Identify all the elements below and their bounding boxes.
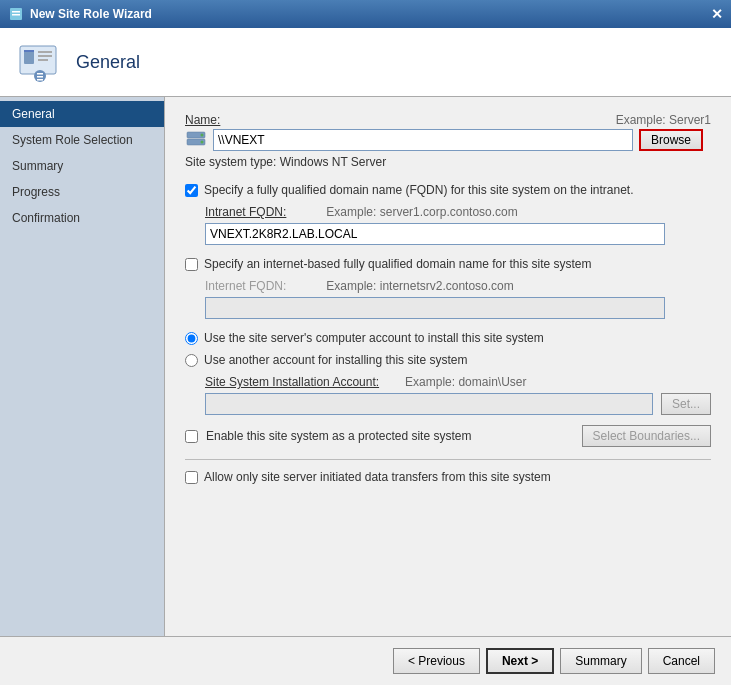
name-example: Example: Server1 <box>616 113 711 127</box>
protection-row: Enable this site system as a protected s… <box>185 425 711 447</box>
sidebar-item-system-role-selection[interactable]: System Role Selection <box>0 127 164 153</box>
allow-transfers-row: Allow only site server initiated data tr… <box>185 470 711 484</box>
content-area: Name: Example: Server1 Browse Site syste… <box>165 97 731 636</box>
main-layout: General System Role Selection Summary Pr… <box>0 97 731 636</box>
radio-another-account-row: Use another account for installing this … <box>185 353 711 367</box>
site-type-text: Site system type: Windows NT Server <box>185 155 711 169</box>
name-input[interactable] <box>213 129 633 151</box>
next-button[interactable]: Next > <box>486 648 554 674</box>
svg-rect-5 <box>24 50 34 52</box>
header-wizard-icon <box>16 38 64 86</box>
title-bar: New Site Role Wizard ✕ <box>0 0 731 28</box>
svg-rect-2 <box>12 14 20 16</box>
radio-another-account-label[interactable]: Use another account for installing this … <box>204 353 467 367</box>
separator <box>185 459 711 460</box>
name-label: Name: <box>185 113 220 127</box>
svg-rect-11 <box>37 76 43 78</box>
radio-computer-account-row: Use the site server's computer account t… <box>185 331 711 345</box>
intranet-fqdn-label: Intranet FQDN: <box>205 205 286 219</box>
internet-fqdn-checkbox-row: Specify an internet-based fully qualifie… <box>185 257 711 271</box>
previous-button[interactable]: < Previous <box>393 648 480 674</box>
sidebar-item-summary[interactable]: Summary <box>0 153 164 179</box>
svg-rect-6 <box>38 51 52 53</box>
internet-fqdn-label: Internet FQDN: <box>205 279 286 293</box>
radio-another-account[interactable] <box>185 354 198 367</box>
title-bar-content: New Site Role Wizard <box>8 6 152 22</box>
fqdn-checkbox[interactable] <box>185 184 198 197</box>
allow-transfers-checkbox[interactable] <box>185 471 198 484</box>
fqdn-checkbox-row: Specify a fully qualified domain name (F… <box>185 183 711 197</box>
set-button[interactable]: Set... <box>661 393 711 415</box>
sidebar-item-confirmation[interactable]: Confirmation <box>0 205 164 231</box>
svg-rect-8 <box>38 59 48 61</box>
internet-fqdn-labels: Internet FQDN: Example: internetsrv2.con… <box>205 279 711 293</box>
protect-checkbox-label[interactable]: Enable this site system as a protected s… <box>206 429 471 443</box>
protect-checkbox[interactable] <box>185 430 198 443</box>
fqdn-checkbox-label[interactable]: Specify a fully qualified domain name (F… <box>204 183 634 197</box>
account-section: Site System Installation Account: Exampl… <box>205 375 711 415</box>
window-title: New Site Role Wizard <box>30 7 152 21</box>
internet-fqdn-checkbox-label[interactable]: Specify an internet-based fully qualifie… <box>204 257 592 271</box>
internet-fqdn-checkbox[interactable] <box>185 258 198 271</box>
svg-point-16 <box>201 141 204 144</box>
name-label-row: Name: Example: Server1 <box>185 113 711 127</box>
account-label-row: Site System Installation Account: Exampl… <box>205 375 711 389</box>
svg-rect-7 <box>38 55 52 57</box>
wizard-header: General <box>0 28 731 97</box>
svg-rect-4 <box>24 50 34 64</box>
internet-fqdn-section: Internet FQDN: Example: internetsrv2.con… <box>205 279 711 319</box>
close-button[interactable]: ✕ <box>711 6 723 22</box>
svg-rect-1 <box>12 11 20 13</box>
account-label: Site System Installation Account: <box>205 375 379 389</box>
wizard-title-icon <box>8 6 24 22</box>
account-input[interactable] <box>205 393 653 415</box>
radio-computer-account[interactable] <box>185 332 198 345</box>
sidebar: General System Role Selection Summary Pr… <box>0 97 165 636</box>
intranet-fqdn-input[interactable] <box>205 223 665 245</box>
name-input-row: Browse <box>185 129 711 151</box>
server-icon <box>185 129 207 151</box>
svg-rect-10 <box>37 73 43 75</box>
wizard-header-title: General <box>76 52 140 73</box>
intranet-fqdn-example: Example: server1.corp.contoso.com <box>326 205 517 219</box>
cancel-button[interactable]: Cancel <box>648 648 715 674</box>
intranet-fqdn-labels: Intranet FQDN: Example: server1.corp.con… <box>205 205 711 219</box>
select-boundaries-button[interactable]: Select Boundaries... <box>582 425 711 447</box>
internet-fqdn-input[interactable] <box>205 297 665 319</box>
sidebar-item-general[interactable]: General <box>0 101 164 127</box>
intranet-fqdn-section: Intranet FQDN: Example: server1.corp.con… <box>205 205 711 245</box>
summary-button[interactable]: Summary <box>560 648 641 674</box>
internet-fqdn-example: Example: internetsrv2.contoso.com <box>326 279 513 293</box>
svg-point-15 <box>201 134 204 137</box>
svg-rect-12 <box>37 79 43 81</box>
browse-button[interactable]: Browse <box>639 129 703 151</box>
account-input-row: Set... <box>205 393 711 415</box>
button-bar: < Previous Next > Summary Cancel <box>0 636 731 684</box>
sidebar-item-progress[interactable]: Progress <box>0 179 164 205</box>
allow-transfers-label[interactable]: Allow only site server initiated data tr… <box>204 470 551 484</box>
radio-computer-account-label[interactable]: Use the site server's computer account t… <box>204 331 544 345</box>
account-example: Example: domain\User <box>405 375 526 389</box>
